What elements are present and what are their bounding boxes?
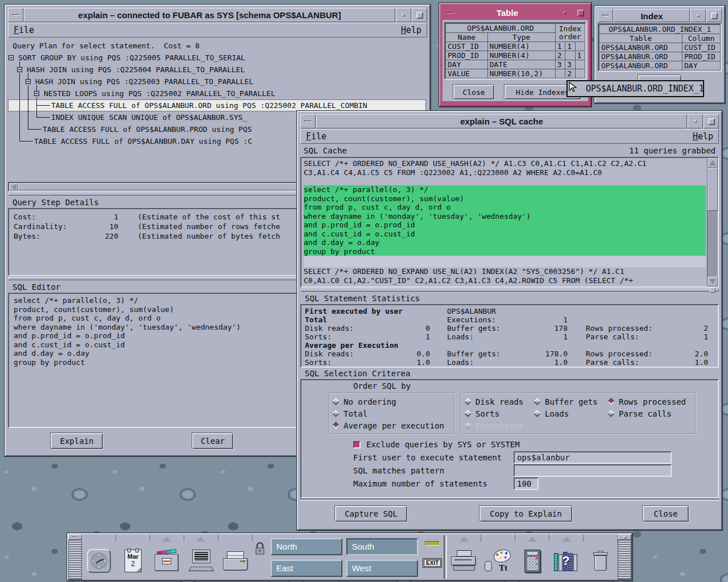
radio-disk-reads[interactable]: Disk reads [465, 396, 535, 408]
subpanel-tab-help[interactable] [549, 534, 584, 542]
radio-average-per-execution[interactable]: Average per execution [333, 419, 450, 431]
drag-handle-icon[interactable] [68, 540, 82, 580]
cache-close-button[interactable]: Close [643, 506, 689, 522]
close-button[interactable]: Close [453, 85, 494, 99]
plan-node-hash1[interactable]: HASH JOIN using PQS :Q225004 PARALLEL_TO… [27, 64, 245, 76]
menu-help[interactable]: Help [401, 25, 421, 35]
scroll-down-button[interactable] [708, 277, 718, 286]
index-row[interactable]: OPS$ALANBUR.ORDDAY [599, 61, 721, 70]
maximize-button[interactable] [706, 9, 722, 22]
plan-node-prod[interactable]: TABLE ACCESS FULL of OPS$ALANBUR.PROD us… [43, 123, 252, 135]
help-launcher[interactable]: ? [549, 542, 584, 580]
panel-menu-button[interactable] [618, 534, 631, 540]
sql-entry[interactable]: SELECT /*+ ORDERED NO_EXPAND USE_NL(A2) … [304, 267, 707, 285]
plan-node-day[interactable]: TABLE ACCESS FULL of OPS$ALANBUR.DAY usi… [34, 135, 253, 147]
titlebar[interactable]: Index [598, 9, 722, 22]
radio-loads[interactable]: Loads [535, 408, 609, 419]
file-manager-launcher[interactable] [150, 542, 184, 580]
minimize-button[interactable] [396, 8, 411, 22]
printer-launcher[interactable] [447, 542, 481, 580]
window-menu-button[interactable] [8, 8, 23, 22]
menu-help[interactable]: Help [693, 131, 713, 142]
radio-buffer-gets[interactable]: Buffer gets [535, 396, 609, 408]
checkbox-checked-icon[interactable] [353, 441, 361, 448]
subpanel-arrow-icon[interactable] [162, 537, 171, 542]
menu-file[interactable]: File [14, 25, 34, 35]
minimize-button[interactable] [688, 114, 703, 128]
titlebar[interactable]: explain – connected to FUBAR as SYS [sch… [8, 8, 427, 22]
subpanel-tab-apps[interactable] [184, 534, 218, 542]
expander-icon[interactable] [34, 91, 39, 96]
plan-node-nested[interactable]: NESTED LOOPS using PQS :Q225002 PARALLEL… [44, 88, 275, 99]
trash-launcher[interactable] [584, 542, 618, 580]
titlebar[interactable]: Table [442, 6, 588, 19]
exclude-sys-checkbox-row[interactable]: Exclude queries by SYS or SYSTEM [353, 438, 718, 451]
table-row[interactable]: VALUENUMBER(10,2) 2 [446, 69, 585, 78]
plan-node-ord[interactable]: TABLE ACCESS FULL of OPS$ALANBUR.ORD usi… [51, 99, 367, 111]
subpanel-arrow-icon[interactable] [562, 537, 571, 542]
subpanel-arrow-icon[interactable] [196, 537, 205, 542]
vertical-scrollbar[interactable] [707, 158, 718, 286]
scrollbar-trough[interactable] [708, 211, 718, 277]
maximize-button[interactable] [412, 8, 427, 22]
copy-to-explain-button[interactable]: Copy to Explain [479, 506, 572, 522]
sql-pattern-input[interactable] [514, 464, 672, 477]
mail-launcher[interactable] [218, 542, 253, 580]
plan-node-hash2[interactable]: HASH JOIN using PQS :Q225003 PARALLEL_TO… [35, 76, 254, 88]
scrollbar-thumb[interactable] [708, 168, 718, 211]
clock-launcher[interactable] [82, 542, 116, 580]
first-user-input[interactable] [514, 451, 672, 464]
expander-icon[interactable] [26, 79, 31, 84]
scroll-up-button[interactable] [708, 158, 718, 168]
workspace-north[interactable]: North [271, 538, 342, 555]
sash-grip[interactable] [710, 288, 715, 293]
panel-handle-right[interactable] [618, 534, 631, 580]
panel-handle-left[interactable] [68, 534, 82, 580]
table-row[interactable]: PROD_IDNUMBER(4) 21 [446, 51, 585, 60]
minimize-button[interactable] [557, 6, 572, 19]
calendar-launcher[interactable]: Mar 2 [116, 542, 150, 580]
radio-no-ordering[interactable]: No ordering [333, 396, 450, 408]
max-statements-input[interactable] [514, 477, 539, 490]
index-row[interactable]: OPS$ALANBUR.ORDPROD_ID [599, 52, 721, 61]
calculator-launcher[interactable] [515, 542, 549, 580]
workspace-south[interactable]: South [346, 538, 418, 555]
radio-rows-processed[interactable]: Rows processed [609, 396, 692, 408]
workspace-east[interactable]: East [271, 560, 342, 577]
window-menu-button[interactable] [300, 114, 316, 128]
radio-total[interactable]: Total [333, 408, 450, 419]
workspace-west[interactable]: West [346, 560, 418, 577]
exit-button[interactable]: EXIT [423, 558, 442, 568]
menu-file[interactable]: File [306, 131, 326, 142]
subpanel-tab-tools[interactable] [515, 534, 549, 542]
table-row[interactable]: CUST_IDNUMBER(4) 11 [446, 42, 585, 51]
drag-handle-icon[interactable] [618, 540, 631, 580]
subpanel-arrow-icon[interactable] [460, 537, 469, 542]
expander-icon[interactable] [9, 55, 14, 60]
sql-entry[interactable]: SELECT /*+ ORDERED NO_EXPAND USE_HASH(A2… [304, 159, 707, 177]
radio-sorts[interactable]: Sorts [465, 408, 535, 419]
index-row[interactable]: OPS$ALANBUR.ORDCUST_ID [599, 43, 721, 52]
titlebar[interactable]: explain – SQL cache [300, 114, 719, 128]
capture-sql-button[interactable]: Capture SQL [335, 506, 407, 522]
panel-menu-button[interactable] [68, 534, 82, 540]
plan-node-index[interactable]: INDEX UNIQUE SCAN UNIQUE of OPS$ALANBUR.… [51, 111, 247, 123]
table-row[interactable]: DAYDATE 33 [446, 60, 585, 69]
expander-icon[interactable] [17, 67, 22, 72]
maximize-button[interactable] [704, 114, 719, 128]
plan-node-sort[interactable]: SORT GROUP BY using PQS :Q225005 PARALLE… [18, 52, 245, 64]
sql-entry-selected[interactable]: select /*+ parallel(o, 3) */ product, co… [304, 185, 706, 256]
terminal-launcher[interactable] [184, 542, 218, 580]
subpanel-tab-printers[interactable] [447, 534, 481, 542]
style-manager-launcher[interactable]: Tt [481, 542, 515, 580]
subpanel-tab-files[interactable] [150, 534, 184, 542]
subpanel-arrow-icon[interactable] [528, 537, 537, 542]
scroll-left-button[interactable] [9, 183, 18, 190]
maximize-button[interactable] [573, 6, 588, 19]
radio-parse-calls[interactable]: Parse calls [609, 408, 692, 419]
clear-button[interactable]: Clear [192, 433, 233, 449]
window-menu-button[interactable] [598, 9, 613, 22]
explain-button[interactable]: Explain [51, 433, 103, 449]
pane-sash[interactable] [300, 288, 719, 293]
window-menu-button[interactable] [442, 6, 458, 19]
